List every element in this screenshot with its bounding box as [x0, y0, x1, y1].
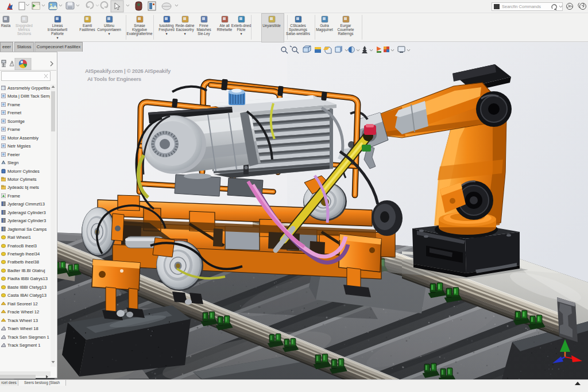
svg-text:AISpeakify.com | © 2026 AISpea: AISpeakify.com | © 2026 AISpeakify — [85, 68, 171, 74]
svg-text:AI Tools for Engineers: AI Tools for Engineers — [87, 76, 141, 82]
